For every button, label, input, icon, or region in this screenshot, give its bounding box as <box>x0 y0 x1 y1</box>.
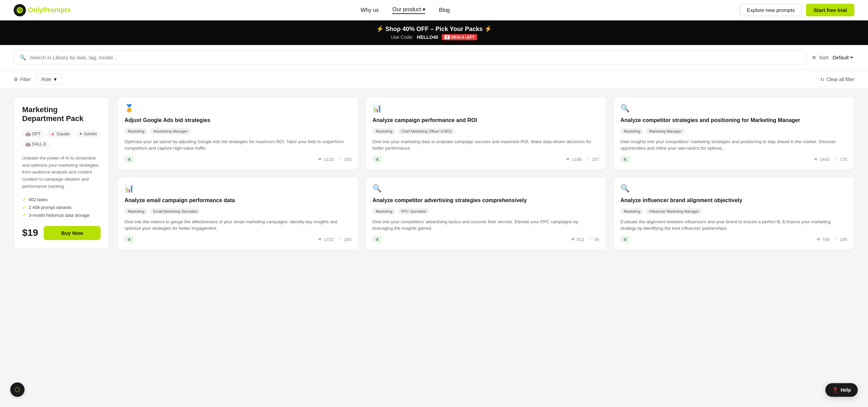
card-1-desc: Optimize your ad spend by adjusting Goog… <box>124 138 351 152</box>
card-6-footer: 4 👁 706 ♡ 195 <box>620 236 847 243</box>
card-6-number: 4 <box>620 236 630 243</box>
card-2[interactable]: 📊 Analyze campaign performance and ROI M… <box>365 97 606 170</box>
card-5-views: 👁 513 <box>571 237 584 242</box>
filter-button[interactable]: ⚙ Filter <box>14 77 31 82</box>
card-1-stats: 👁 1110 ♡ 103 <box>318 157 351 162</box>
role-label: Role <box>41 77 51 82</box>
help-label: Help <box>841 387 851 393</box>
card-5-likes: ♡ 56 <box>589 237 599 242</box>
sort-label: Sort <box>819 55 828 60</box>
sidebar-price-row: $19 Buy Now <box>22 226 101 240</box>
card-5-desc: Dive into your competitors' advertising … <box>372 218 599 232</box>
clear-filter-button[interactable]: ↻ Clear all filter <box>820 77 854 82</box>
tag-role: Influencer Marketing Manager <box>646 208 702 214</box>
card-1-tags: Marketing Advertising Manager <box>124 128 351 134</box>
card-1-likes: ♡ 103 <box>338 157 351 162</box>
card-1-icon: 🏅 <box>124 104 351 113</box>
main-layout: Marketing Department Pack 🤖 GPT 🔺 Claude… <box>0 89 868 407</box>
chevron-down-icon: ▾ <box>423 6 425 13</box>
card-2-tags: Marketing Chief Marketing Officer (CMO) <box>372 128 599 134</box>
card-4[interactable]: 📊 Analyze email campaign performance dat… <box>117 177 358 250</box>
refresh-icon: ↻ <box>820 77 824 82</box>
sort-select[interactable]: Default <box>831 54 854 61</box>
nav-blog[interactable]: Blog <box>439 7 450 13</box>
card-6-icon: 🔍 <box>620 184 847 193</box>
promo-sub-text: Use Code: <box>391 34 413 40</box>
card-6[interactable]: 🔍 Analyze influencer brand alignment obj… <box>613 177 854 250</box>
search-bar: 🔍 ≋ Sort Default <box>0 45 868 70</box>
sidebar-checklist: 602 tasks 2.408 prompt variants 3-month … <box>22 197 101 218</box>
start-trial-button[interactable]: Start free trial <box>806 4 854 16</box>
card-6-likes: ♡ 195 <box>834 237 847 242</box>
tag-marketing: Marketing <box>372 128 396 134</box>
badge-gemini: ✦ Gemini <box>76 130 100 138</box>
tag-role: Advertising Manager <box>150 128 191 134</box>
card-6-stats: 👁 706 ♡ 195 <box>816 237 847 242</box>
filter-icon: ⚙ <box>14 77 18 82</box>
card-1-views: 👁 1110 <box>318 157 334 162</box>
nav-our-product[interactable]: Our product ▾ <box>392 6 425 14</box>
logo-icon <box>14 4 26 16</box>
help-button[interactable]: ❓ Help <box>825 383 858 397</box>
checklist-item-storage: 3-month historical data storage <box>22 213 101 218</box>
card-5-stats: 👁 513 ♡ 56 <box>571 237 599 242</box>
logo-text: OnlyPrompts <box>28 6 71 14</box>
card-4-number: 4 <box>124 236 134 243</box>
checklist-item-variants: 2.408 prompt variants <box>22 205 101 210</box>
card-1[interactable]: 🏅 Adjust Google Ads bid strategies Marke… <box>117 97 358 170</box>
role-filter[interactable]: Role ▾ <box>36 74 62 85</box>
sort-wrap[interactable]: ≋ Sort Default <box>812 54 854 61</box>
sort-icon: ≋ <box>812 54 816 61</box>
card-4-desc: Dive into the metrics to gauge the effec… <box>124 218 351 232</box>
chevron-down-icon: ▾ <box>54 76 57 82</box>
card-3-footer: 4 👁 1443 ♡ 178 <box>620 156 847 163</box>
card-3-desc: Gain insights into your competitors' mar… <box>620 138 847 152</box>
card-4-footer: 4 👁 1732 ♡ 169 <box>124 236 351 243</box>
filter-left: ⚙ Filter Role ▾ <box>14 74 62 85</box>
card-3-title: Analyze competitor strategies and positi… <box>620 117 847 124</box>
tag-role: Chief Marketing Officer (CMO) <box>398 128 455 134</box>
bottom-badge[interactable]: ⬡ <box>10 382 25 397</box>
card-5-icon: 🔍 <box>372 184 599 193</box>
card-2-icon: 📊 <box>372 104 599 113</box>
deals-count: 8 <box>444 35 450 39</box>
card-1-number: 4 <box>124 156 134 163</box>
tag-marketing: Marketing <box>620 128 644 134</box>
explore-prompts-button[interactable]: Explore new prompts <box>740 4 802 16</box>
card-4-icon: 📊 <box>124 184 351 193</box>
sidebar-title: Marketing Department Pack <box>22 105 101 123</box>
card-6-tags: Marketing Influencer Marketing Manager <box>620 208 847 214</box>
card-2-title: Analyze campaign performance and ROI <box>372 117 599 124</box>
tag-marketing: Marketing <box>124 208 148 214</box>
card-3-number: 4 <box>620 156 630 163</box>
card-2-footer: 4 👁 1198 ♡ 197 <box>372 156 599 163</box>
card-5[interactable]: 🔍 Analyze competitor advertising strateg… <box>365 177 606 250</box>
sidebar-description: Unleash the power of AI to streamline an… <box>22 155 101 190</box>
search-input-wrap[interactable]: 🔍 <box>14 50 806 64</box>
card-5-number: 4 <box>372 236 382 243</box>
card-4-title: Analyze email campaign performance data <box>124 197 351 204</box>
buy-now-button[interactable]: Buy Now <box>44 226 101 240</box>
cards-area: 🏅 Adjust Google Ads bid strategies Marke… <box>117 97 854 407</box>
search-input[interactable] <box>30 55 800 60</box>
cards-grid: 🏅 Adjust Google Ads bid strategies Marke… <box>117 97 854 250</box>
tag-role: Marketing Manager <box>646 128 685 134</box>
badge-dalle: 🤖 DALL-E <box>22 140 50 148</box>
promo-banner: ⚡ Shop 40% OFF – Pick Your Packs ⚡ Use C… <box>0 20 868 45</box>
card-4-stats: 👁 1732 ♡ 169 <box>318 237 351 242</box>
promo-code: HELLO40 <box>417 34 438 40</box>
card-6-title: Analyze influencer brand alignment objec… <box>620 197 847 204</box>
checklist-item-tasks: 602 tasks <box>22 197 101 202</box>
card-3-tags: Marketing Marketing Manager <box>620 128 847 134</box>
logo[interactable]: OnlyPrompts <box>14 4 71 16</box>
badge-icon: ⬡ <box>15 386 20 393</box>
card-2-desc: Dive into your marketing data to evaluat… <box>372 138 599 152</box>
card-3[interactable]: 🔍 Analyze competitor strategies and posi… <box>613 97 854 170</box>
card-2-number: 4 <box>372 156 382 163</box>
filter-row: ⚙ Filter Role ▾ ↻ Clear all filter <box>0 70 868 89</box>
search-icon: 🔍 <box>19 54 26 61</box>
help-icon: ❓ <box>832 387 838 393</box>
promo-sub: Use Code: HELLO40 8 DEALS LEFT <box>7 34 861 40</box>
card-1-title: Adjust Google Ads bid strategies <box>124 117 351 124</box>
nav-why-us[interactable]: Why us <box>361 7 379 13</box>
